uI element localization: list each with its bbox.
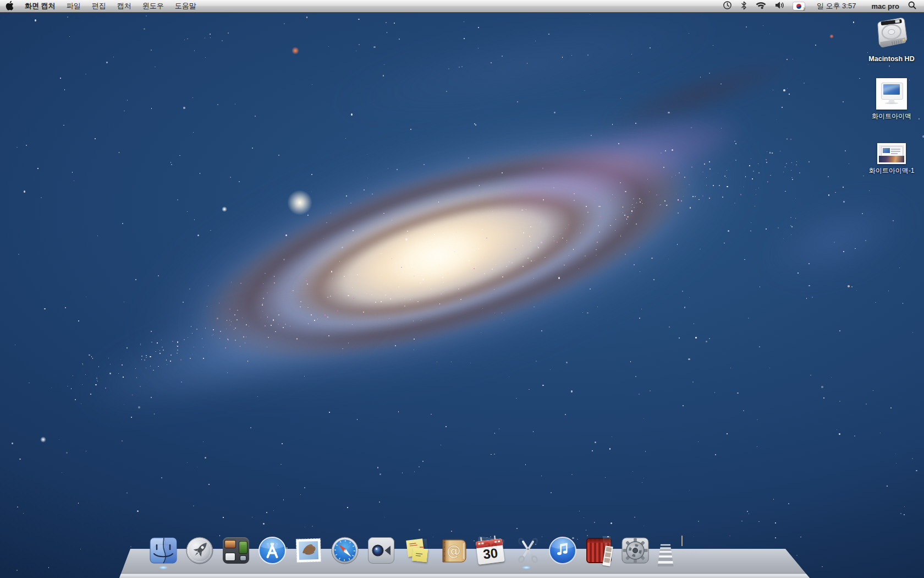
system-preferences-icon	[621, 536, 650, 565]
stickies-icon	[403, 536, 432, 565]
menu-app-name[interactable]: 화면 캡처	[19, 0, 61, 12]
time-machine-menu[interactable]	[718, 0, 736, 12]
galaxy-halo	[0, 0, 899, 521]
dock-item-facetime[interactable]	[367, 536, 395, 565]
desktop-icon-label: 화이트아이맥-1	[869, 166, 915, 176]
taegeuk-symbol	[796, 4, 801, 9]
menu-file[interactable]: 파일	[61, 0, 86, 12]
running-indicator	[522, 566, 531, 569]
vignette	[0, 0, 924, 578]
safari-icon	[331, 536, 359, 565]
dock-item-stickies[interactable]	[403, 536, 432, 565]
desktop-icon-label: Macintosh HD	[868, 55, 914, 63]
menu-bar-left: 화면 캡처 파일 편집 캡처 윈도우 도움말	[0, 0, 202, 12]
dock-item-launchpad[interactable]	[185, 536, 214, 565]
galaxy-core	[276, 157, 593, 352]
input-source-menu[interactable]: 2	[789, 0, 809, 12]
galaxy-blue-right	[727, 162, 924, 318]
menu-bar: 화면 캡처 파일 편집 캡처 윈도우 도움말	[0, 0, 924, 13]
dock-row: @ @	[149, 536, 783, 565]
launchpad-icon	[185, 536, 214, 565]
menu-bar-status: 2 일 오후 3:57 mac pro	[718, 0, 924, 12]
starfield	[0, 0, 924, 578]
clock-menu[interactable]: 일 오후 3:57	[812, 0, 861, 12]
dock-item-ical[interactable]: 30 30	[476, 536, 504, 565]
dock-item-trash[interactable]	[754, 536, 783, 565]
desktop-icon-macintosh-hd[interactable]: Macintosh HD	[859, 17, 924, 63]
document-icon	[718, 536, 746, 565]
galaxy-purple-band	[441, 76, 791, 255]
galaxy-core-hot	[380, 214, 496, 297]
korean-flag-icon: 2	[793, 2, 805, 10]
document-icon	[681, 536, 710, 565]
mission-control-icon	[222, 536, 250, 565]
desktop-icon-white-imac-1[interactable]: 화이트아이맥-1	[859, 143, 924, 176]
image-file-icon	[877, 143, 906, 164]
volume-icon	[775, 1, 784, 11]
time-machine-icon	[723, 1, 732, 12]
galaxy-dust-streak	[566, 32, 832, 158]
dock-item-grab[interactable]	[512, 536, 541, 565]
apple-menu[interactable]	[0, 0, 19, 12]
itunes-icon	[548, 536, 577, 565]
dock-item-safari[interactable]	[331, 536, 359, 565]
address-book-icon: @	[439, 536, 468, 565]
galaxy-faint-top	[271, 0, 774, 161]
dock-item-mission-control[interactable]	[222, 536, 250, 565]
dock-item-app-store[interactable]	[258, 536, 287, 565]
dock-divider-dashes	[657, 544, 673, 566]
spotlight-menu[interactable]	[903, 0, 924, 12]
dock-item-document-2[interactable]	[718, 536, 746, 565]
galaxy-starfield	[0, 0, 924, 578]
desktop-icon-label: 화이트아이맥	[872, 112, 911, 121]
ical-date: 30	[476, 544, 504, 563]
galaxy-dust-outer	[91, 52, 800, 455]
menu-help[interactable]: 도움말	[169, 0, 202, 12]
galaxy-dust-inner	[197, 116, 693, 396]
dock-item-mail[interactable]	[294, 536, 323, 565]
hard-drive-icon	[875, 17, 908, 53]
app-store-icon	[258, 536, 287, 565]
mail-icon	[294, 536, 323, 565]
dock-divider	[657, 536, 674, 565]
volume-menu[interactable]	[771, 0, 789, 12]
white-imac-thumbnail	[878, 80, 905, 108]
image-file-icon	[876, 78, 907, 110]
galaxy-blue-outskirt	[20, 242, 453, 463]
wifi-menu[interactable]	[751, 0, 771, 12]
finder-icon	[149, 536, 178, 565]
bluetooth-menu[interactable]	[736, 0, 751, 12]
dock-item-finder[interactable]	[149, 536, 178, 565]
grab-screen-capture-icon	[512, 536, 541, 565]
menu-edit[interactable]: 편집	[86, 0, 112, 12]
apple-logo-icon	[6, 1, 14, 12]
dock-item-document-1[interactable]	[681, 536, 710, 565]
dock-item-address-book[interactable]: @ @	[439, 536, 468, 565]
user-menu[interactable]: mac pro	[868, 0, 903, 12]
svg-text:@: @	[447, 542, 461, 559]
desktop-wallpaper	[0, 0, 924, 578]
menu-capture[interactable]: 캡처	[112, 0, 137, 12]
ical-icon: 30	[476, 536, 504, 565]
photo-booth-icon	[585, 536, 613, 565]
dock-item-system-preferences[interactable]	[621, 536, 650, 565]
dock-item-photo-booth[interactable]	[585, 536, 613, 565]
facetime-icon	[367, 536, 395, 565]
dock-item-itunes[interactable]	[548, 536, 577, 565]
desktop-icon-white-imac[interactable]: 화이트아이맥	[859, 78, 924, 121]
trash-icon	[754, 536, 783, 565]
bluetooth-icon	[741, 1, 747, 12]
input-source-badge: 2	[803, 7, 805, 11]
menu-window[interactable]: 윈도우	[137, 0, 169, 12]
spotlight-icon	[908, 1, 916, 11]
running-indicator	[159, 566, 168, 569]
wifi-icon	[756, 2, 766, 11]
screenshot-thumbnail	[879, 145, 904, 162]
galaxy-disc	[84, 52, 807, 455]
